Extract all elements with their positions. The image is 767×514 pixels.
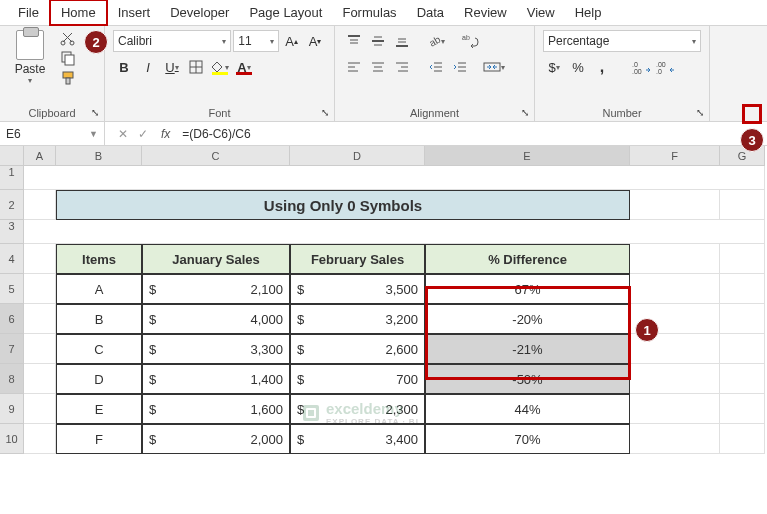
row-header[interactable]: 2 bbox=[0, 190, 24, 220]
cell[interactable] bbox=[24, 166, 765, 190]
cell[interactable] bbox=[630, 424, 720, 454]
cell[interactable] bbox=[630, 274, 720, 304]
menu-view[interactable]: View bbox=[517, 1, 565, 24]
table-cell[interactable]: 70% bbox=[425, 424, 630, 454]
row-header[interactable]: 9 bbox=[0, 394, 24, 424]
format-painter-button[interactable] bbox=[60, 70, 78, 86]
menu-data[interactable]: Data bbox=[407, 1, 454, 24]
table-cell[interactable]: 67% bbox=[425, 274, 630, 304]
col-header[interactable]: D bbox=[290, 146, 425, 166]
table-cell[interactable]: $1,400 bbox=[142, 364, 290, 394]
table-cell[interactable]: $2,300 bbox=[290, 394, 425, 424]
alignment-dialog-launcher[interactable]: ⤡ bbox=[518, 105, 532, 119]
row-header[interactable]: 7 bbox=[0, 334, 24, 364]
accounting-format-button[interactable]: $▾ bbox=[543, 56, 565, 78]
cell[interactable] bbox=[720, 424, 765, 454]
cell[interactable] bbox=[24, 274, 56, 304]
font-color-button[interactable]: A▾ bbox=[233, 56, 255, 78]
menu-help[interactable]: Help bbox=[565, 1, 612, 24]
fill-color-button[interactable]: ▾ bbox=[209, 56, 231, 78]
table-cell[interactable]: A bbox=[56, 274, 142, 304]
orientation-button[interactable]: ab▾ bbox=[425, 30, 447, 52]
cell[interactable] bbox=[630, 244, 720, 274]
cell[interactable] bbox=[24, 394, 56, 424]
row-header[interactable]: 4 bbox=[0, 244, 24, 274]
cell[interactable] bbox=[630, 190, 720, 220]
col-header[interactable]: A bbox=[24, 146, 56, 166]
select-all-corner[interactable] bbox=[0, 146, 24, 166]
font-dialog-launcher[interactable]: ⤡ bbox=[318, 105, 332, 119]
table-cell[interactable]: E bbox=[56, 394, 142, 424]
fx-icon[interactable]: fx bbox=[161, 127, 176, 141]
enter-formula-button[interactable]: ✓ bbox=[133, 127, 153, 141]
menu-formulas[interactable]: Formulas bbox=[332, 1, 406, 24]
decrease-decimal-button[interactable]: .00.0 bbox=[655, 56, 677, 78]
number-dialog-launcher[interactable]: ⤡ bbox=[693, 105, 707, 119]
menu-page-layout[interactable]: Page Layout bbox=[239, 1, 332, 24]
table-cell[interactable]: $3,200 bbox=[290, 304, 425, 334]
row-header[interactable]: 1 bbox=[0, 166, 24, 190]
decrease-indent-button[interactable] bbox=[425, 56, 447, 78]
table-header[interactable]: January Sales bbox=[142, 244, 290, 274]
cell[interactable] bbox=[24, 244, 56, 274]
selected-cell[interactable]: -21% bbox=[425, 334, 630, 364]
col-header[interactable]: E bbox=[425, 146, 630, 166]
cell[interactable] bbox=[720, 304, 765, 334]
percent-format-button[interactable]: % bbox=[567, 56, 589, 78]
increase-font-button[interactable]: A▴ bbox=[281, 30, 303, 52]
row-header[interactable]: 6 bbox=[0, 304, 24, 334]
menu-review[interactable]: Review bbox=[454, 1, 517, 24]
clipboard-dialog-launcher[interactable]: ⤡ bbox=[88, 105, 102, 119]
cell[interactable] bbox=[24, 220, 765, 244]
cell[interactable] bbox=[720, 394, 765, 424]
title-cell[interactable]: Using Only 0 Symbols bbox=[56, 190, 630, 220]
menu-file[interactable]: File bbox=[8, 1, 49, 24]
bold-button[interactable]: B bbox=[113, 56, 135, 78]
comma-format-button[interactable]: , bbox=[591, 56, 613, 78]
underline-button[interactable]: U▾ bbox=[161, 56, 183, 78]
cell[interactable] bbox=[24, 424, 56, 454]
table-cell[interactable]: $2,100 bbox=[142, 274, 290, 304]
cell[interactable] bbox=[720, 274, 765, 304]
cell[interactable] bbox=[720, 364, 765, 394]
align-top-button[interactable] bbox=[343, 30, 365, 52]
table-cell[interactable]: $2,000 bbox=[142, 424, 290, 454]
menu-insert[interactable]: Insert bbox=[108, 1, 161, 24]
cell[interactable] bbox=[630, 394, 720, 424]
merge-center-button[interactable]: ▾ bbox=[483, 56, 505, 78]
align-left-button[interactable] bbox=[343, 56, 365, 78]
align-bottom-button[interactable] bbox=[391, 30, 413, 52]
name-box[interactable]: E6 ▼ bbox=[0, 122, 105, 145]
copy-button[interactable] bbox=[60, 50, 78, 66]
cut-button[interactable] bbox=[60, 30, 78, 46]
row-header[interactable]: 5 bbox=[0, 274, 24, 304]
borders-button[interactable] bbox=[185, 56, 207, 78]
cell[interactable] bbox=[24, 364, 56, 394]
align-middle-button[interactable] bbox=[367, 30, 389, 52]
cell[interactable] bbox=[720, 244, 765, 274]
cancel-formula-button[interactable]: ✕ bbox=[113, 127, 133, 141]
font-family-select[interactable]: Calibri ▾ bbox=[113, 30, 231, 52]
decrease-font-button[interactable]: A▾ bbox=[304, 30, 326, 52]
table-cell[interactable]: $4,000 bbox=[142, 304, 290, 334]
table-cell[interactable]: $1,600 bbox=[142, 394, 290, 424]
table-cell[interactable]: $3,400 bbox=[290, 424, 425, 454]
menu-developer[interactable]: Developer bbox=[160, 1, 239, 24]
formula-input[interactable]: =(D6-C6)/C6 bbox=[176, 127, 767, 141]
table-cell[interactable]: $3,500 bbox=[290, 274, 425, 304]
active-cell[interactable]: -20% bbox=[425, 304, 630, 334]
table-header[interactable]: February Sales bbox=[290, 244, 425, 274]
table-cell[interactable]: B bbox=[56, 304, 142, 334]
cell[interactable] bbox=[24, 304, 56, 334]
col-header[interactable]: B bbox=[56, 146, 142, 166]
menu-home[interactable]: Home bbox=[49, 0, 108, 26]
paste-button[interactable]: Paste ▾ bbox=[8, 30, 52, 85]
cell[interactable] bbox=[24, 334, 56, 364]
italic-button[interactable]: I bbox=[137, 56, 159, 78]
align-right-button[interactable] bbox=[391, 56, 413, 78]
table-cell[interactable]: D bbox=[56, 364, 142, 394]
increase-indent-button[interactable] bbox=[449, 56, 471, 78]
table-cell[interactable]: F bbox=[56, 424, 142, 454]
row-header[interactable]: 3 bbox=[0, 220, 24, 244]
table-cell[interactable]: C bbox=[56, 334, 142, 364]
